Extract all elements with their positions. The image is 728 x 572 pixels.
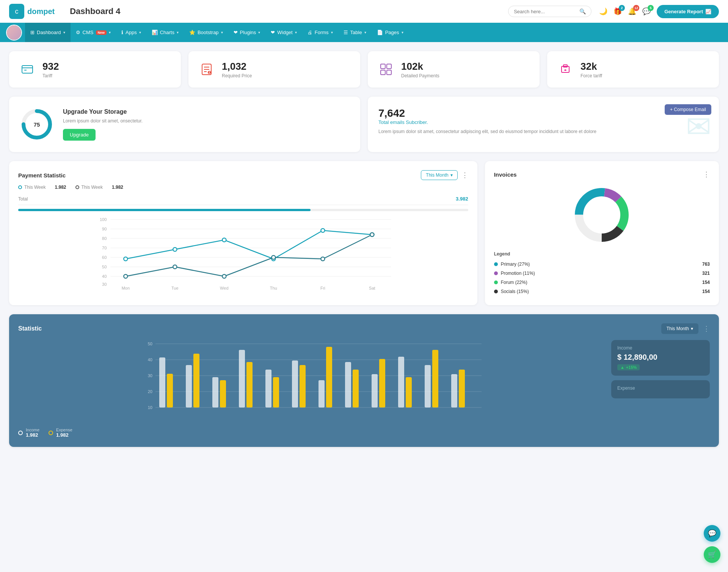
svg-rect-75 [265, 370, 271, 407]
storage-donut: 75 [20, 107, 54, 141]
legend-value-2: 1.982 [112, 185, 123, 190]
force-tariff-number: 32k [581, 61, 602, 72]
this-month-button[interactable]: This Month ▾ [421, 170, 457, 180]
svg-rect-90 [459, 370, 465, 407]
svg-rect-81 [345, 362, 351, 407]
price-icon [198, 60, 216, 78]
nav-item-forms[interactable]: 🖨 Forms ▾ [302, 23, 338, 42]
gift-btn[interactable]: 🎁 2 [613, 7, 622, 16]
nav-item-pages[interactable]: 📄 Pages ▾ [372, 23, 409, 42]
nav-item-bootstrap[interactable]: ⭐ Bootstrap ▾ [184, 23, 228, 42]
svg-point-50 [321, 257, 325, 261]
svg-text:40: 40 [148, 357, 152, 362]
invoices-header: Invoices ⋮ [494, 170, 710, 179]
total-row: Total 3.982 [18, 193, 468, 205]
stats-row: 932 Tariff 1,032 Required Price [9, 51, 719, 88]
svg-text:50: 50 [102, 265, 107, 269]
more-options-button[interactable]: ⋮ [461, 171, 468, 179]
svg-rect-73 [239, 350, 245, 407]
table-icon: ☰ [344, 30, 348, 35]
statistic-more-button[interactable]: ⋮ [703, 324, 710, 333]
svg-rect-86 [406, 377, 412, 407]
chevron-icon-cms: ▾ [109, 30, 111, 34]
income-badge: ▲ +15% [617, 364, 640, 370]
generate-report-button[interactable]: Generate Report 📈 [657, 5, 719, 18]
search-icon[interactable]: 🔍 [579, 8, 586, 14]
apps-icon: ℹ [121, 30, 123, 35]
progress-fill [18, 209, 311, 211]
nav-item-apps[interactable]: ℹ Apps ▾ [116, 23, 146, 42]
svg-rect-85 [398, 357, 404, 407]
legend-socials: Socials (15%) 154 [494, 287, 710, 296]
dropdown-icon: ▾ [450, 172, 453, 178]
nav-item-cms[interactable]: ⚙ CMS New ▾ [71, 23, 116, 42]
bell-badge: 12 [633, 5, 639, 11]
statistic-card: Statistic This Month ▾ ⋮ [9, 314, 719, 447]
legend-primary: Primary (27%) 763 [494, 260, 710, 269]
income-legend-label: Income [26, 428, 39, 432]
statistic-header: Statistic This Month ▾ ⋮ [18, 323, 710, 334]
email-icon: ✉ [686, 109, 711, 144]
generate-report-label: Generate Report [664, 9, 703, 14]
nav-item-dashboard[interactable]: ⊞ Dashboard ▾ [25, 23, 71, 42]
chevron-icon-apps: ▾ [139, 30, 141, 34]
nav-item-plugins[interactable]: ❤ Plugins ▾ [228, 23, 266, 42]
legend-item-3: This Week [75, 185, 103, 190]
nav-item-charts[interactable]: 📊 Charts ▾ [146, 23, 184, 42]
forum-text: Forum (22%) [501, 280, 527, 285]
invoices-card: Invoices ⋮ [485, 161, 719, 305]
primary-count: 763 [702, 262, 710, 267]
promotion-text: Promotion (11%) [501, 271, 535, 276]
svg-text:Thu: Thu [270, 286, 277, 290]
line-chart: 100 90 80 70 60 50 40 30 Mon Tue Wed Thu… [18, 216, 468, 291]
mid-row: 75 Upgrade Your Storage Lorem ipsum dolo… [9, 97, 719, 152]
moon-btn[interactable]: 🌙 [599, 7, 607, 16]
legend-label-1: This Week [24, 185, 46, 190]
income-badge-value: +15% [626, 365, 637, 370]
svg-text:Fri: Fri [320, 286, 325, 290]
chevron-icon-bootstrap: ▾ [221, 30, 223, 34]
svg-rect-9 [381, 64, 385, 69]
bell-btn[interactable]: 🔔 12 [628, 7, 636, 16]
svg-text:40: 40 [102, 274, 107, 279]
expense-dot [49, 431, 53, 435]
invoices-more-button[interactable]: ⋮ [703, 170, 710, 179]
invoices-legend: Legend Primary (27%) 763 Promotion (11%)… [494, 251, 710, 296]
payments-label: Detailed Payments [401, 73, 439, 78]
total-value: 3.982 [456, 196, 468, 202]
chevron-icon: ▾ [63, 30, 65, 34]
stat-card-price: 1,032 Required Price [188, 51, 360, 88]
widget-icon: ❤ [271, 30, 275, 35]
nav-avatar [6, 25, 22, 41]
svg-rect-84 [379, 359, 385, 407]
upgrade-button[interactable]: Upgrade [63, 129, 96, 141]
stat-card-tariff: 932 Tariff [9, 51, 181, 88]
nav-label-plugins: Plugins [240, 30, 256, 35]
gift-badge: 2 [619, 5, 625, 11]
statistic-this-month-button[interactable]: This Month ▾ [661, 323, 698, 334]
charts-icon: 📊 [152, 30, 158, 35]
storage-title: Upgrade Your Storage [63, 108, 143, 115]
search-input[interactable] [514, 9, 576, 14]
expense-box: Expense [611, 380, 710, 398]
legend-socials-label: Socials (15%) [494, 289, 529, 294]
statistic-chart-area: 50 40 30 20 10 [18, 340, 604, 438]
invoices-title: Invoices [494, 171, 517, 178]
nav-item-widget[interactable]: ❤ Widget ▾ [265, 23, 302, 42]
nav-item-table[interactable]: ☰ Table ▾ [338, 23, 372, 42]
force-tariff-icon [556, 60, 574, 78]
nav-label-table: Table [350, 30, 362, 35]
chat-btn[interactable]: 💬 5 [642, 7, 651, 16]
email-desc: Lorem ipsum dolor sit amet, consectetur … [378, 128, 708, 135]
svg-text:30: 30 [102, 282, 107, 287]
svg-rect-10 [387, 64, 391, 69]
statistic-month-label: This Month [667, 326, 689, 331]
header-icons: 🌙 🎁 2 🔔 12 💬 5 Generate Report 📈 [599, 5, 719, 18]
invoices-donut [494, 185, 710, 245]
forms-icon: 🖨 [308, 30, 312, 35]
this-month-label: This Month [426, 172, 448, 178]
expense-legend-value: 1.982 [56, 432, 72, 438]
nav-label-forms: Forms [315, 30, 329, 35]
svg-point-48 [222, 274, 226, 278]
storage-info: Upgrade Your Storage Lorem ipsum dolor s… [63, 108, 143, 141]
